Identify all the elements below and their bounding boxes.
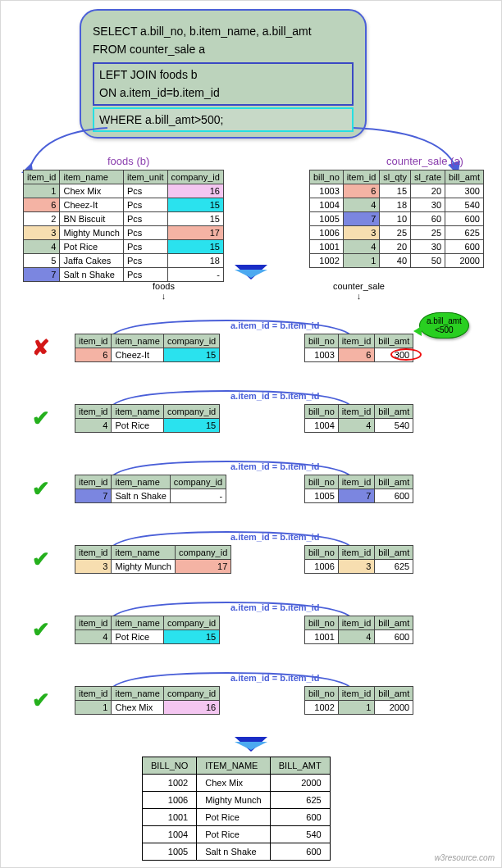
col-company-id: company_id — [167, 170, 223, 184]
table-row: 6Cheez-ItPcs15 — [24, 198, 224, 212]
counter-sale-table: bill_noitem_idsl_qtysl_ratebill_amt 1003… — [309, 170, 484, 268]
col-item-id: item_id — [24, 170, 60, 184]
col-item-name: item_name — [60, 170, 123, 184]
foods-hdr: item_iditem_nameitem_unitcompany_id — [24, 170, 224, 184]
result-row: 1004Pot Rice540 — [143, 826, 331, 843]
table-row: 5Jaffa CakesPcs18 — [24, 254, 224, 268]
table-row: 100441830540 — [310, 198, 484, 212]
result-row: 1001Pot Rice600 — [143, 809, 331, 826]
sql-query-box: SELECT a.bill_no, b.item_name, a.bill_am… — [80, 9, 367, 139]
counter-sale-table-label: counter_sale (a) — [386, 155, 463, 167]
join-pair-3: ✔a.item_id = b.item_iditem_iditem_nameco… — [17, 452, 485, 516]
table-row: 1002140502000 — [310, 254, 484, 268]
join-pair-5: ✔a.item_id = b.item_iditem_iditem_nameco… — [17, 593, 485, 657]
table-row: 100361520300 — [310, 184, 484, 198]
sql-where-block: WHERE a.bill_amt>500; — [93, 107, 354, 132]
check-icon: ✔ — [32, 476, 50, 502]
join-pair-2: ✔a.item_id = b.item_iditem_iditem_nameco… — [17, 381, 485, 445]
check-icon: ✔ — [32, 688, 50, 713]
table-row: 100142030600 — [310, 240, 484, 254]
col-bill-amt: bill_amt — [445, 170, 484, 184]
table-row: 100571060600 — [310, 212, 484, 226]
result-table: BILL_NOITEM_NAMEBILL_AMT 1002Chex Mix200… — [142, 757, 331, 861]
table-row: 4Pot RicePcs15 — [24, 240, 224, 254]
sql-join-block: LEFT JOIN foods b ON a.item_id=b.item_id — [93, 62, 354, 106]
join-condition-label: a.item_id = b.item_id — [230, 602, 320, 612]
col-bill-no: bill_no — [310, 170, 344, 184]
foods-mini-table: item_iditem_namecompany_id7Salt n Shake- — [75, 475, 226, 503]
check-icon: ✔ — [32, 406, 50, 431]
sql-from-line: FROM counter_sale a — [93, 40, 354, 58]
foods-mini-table: item_iditem_namecompany_id1Chex Mix16 — [75, 686, 220, 715]
join-condition-label: a.item_id = b.item_id — [230, 461, 320, 471]
foods-mini-table: item_iditem_namecompany_id4Pot Rice15 — [75, 404, 220, 433]
join-pair-6: ✔a.item_id = b.item_iditem_iditem_nameco… — [17, 663, 485, 727]
foods-table-label: foods (b) — [107, 155, 149, 167]
check-icon: ✔ — [32, 547, 50, 572]
join-condition-label: a.item_id = b.item_id — [230, 320, 320, 330]
counter-sale-mini-table: bill_noitem_idbill_amt10063625 — [304, 545, 413, 574]
table-row: 7Salt n ShakePcs- — [24, 268, 224, 282]
col-item-unit: item_unit — [123, 170, 167, 184]
cs-hdr: bill_noitem_idsl_qtysl_ratebill_amt — [310, 170, 484, 184]
table-row: 1Chex MixPcs16 — [24, 184, 224, 198]
down-arrow-icon — [235, 265, 267, 279]
check-icon: ✔ — [32, 617, 50, 643]
col-item-id: item_id — [343, 170, 379, 184]
result-row: 1006Mighty Munch625 — [143, 792, 331, 809]
foods-table: item_iditem_nameitem_unitcompany_id 1Che… — [23, 170, 224, 282]
join-pair-1: ✘a.item_id = b.item_iditem_iditem_nameco… — [17, 311, 485, 375]
diagram-canvas: SELECT a.bill_no, b.item_name, a.bill_am… — [0, 0, 502, 868]
join-condition-label: a.item_id = b.item_id — [230, 532, 320, 542]
table-row: 100632525625 — [310, 226, 484, 240]
foods-sub-label: foods↓ — [153, 281, 175, 301]
counter-sale-mini-table: bill_noitem_idbill_amt10014600 — [304, 616, 413, 644]
cross-icon: ✘ — [32, 335, 50, 361]
sql-where-line: WHERE a.bill_amt>500; — [99, 113, 223, 126]
sql-on-line: ON a.item_id=b.item_id — [99, 84, 347, 102]
result-col-bill_no: BILL_NO — [143, 757, 197, 775]
table-row: 2BN BiscuitPcs15 — [24, 212, 224, 226]
result-row: 1002Chex Mix2000 — [143, 775, 331, 792]
watermark: w3resource.com — [435, 853, 495, 862]
counter-sale-mini-table: bill_noitem_idbill_amt10044540 — [304, 404, 413, 433]
counter-sale-mini-table: bill_noitem_idbill_amt10057600 — [304, 475, 413, 503]
down-arrow-result-icon — [235, 737, 267, 752]
foods-mini-table: item_iditem_namecompany_id6Cheez-It15 — [75, 334, 220, 362]
join-pair-4: ✔a.item_id = b.item_iditem_iditem_nameco… — [17, 522, 485, 586]
rejected-value-highlight — [390, 348, 422, 361]
join-condition-label: a.item_id = b.item_id — [230, 673, 320, 683]
result-col-item_name: ITEM_NAME — [197, 757, 270, 775]
table-row: 3Mighty MunchPcs17 — [24, 226, 224, 240]
join-condition-label: a.item_id = b.item_id — [230, 391, 320, 401]
result-hdr: BILL_NOITEM_NAMEBILL_AMT — [143, 757, 331, 775]
foods-mini-table: item_iditem_namecompany_id3Mighty Munch1… — [75, 545, 231, 574]
sql-select-line: SELECT a.bill_no, b.item_name, a.bill_am… — [93, 22, 354, 40]
result-row: 1005Salt n Shake600 — [143, 843, 331, 861]
col-sl-rate: sl_rate — [411, 170, 445, 184]
counter-sale-mini-table: bill_noitem_idbill_amt100212000 — [304, 686, 413, 715]
col-sl-qty: sl_qty — [380, 170, 411, 184]
sql-join-line: LEFT JOIN foods b — [99, 66, 347, 84]
result-col-bill_amt: BILL_AMT — [270, 757, 330, 775]
foods-mini-table: item_iditem_namecompany_id4Pot Rice15 — [75, 616, 220, 644]
filter-badge: a.bill_amt<500 — [419, 312, 469, 339]
counter-sale-sub-label: counter_sale↓ — [333, 281, 385, 301]
